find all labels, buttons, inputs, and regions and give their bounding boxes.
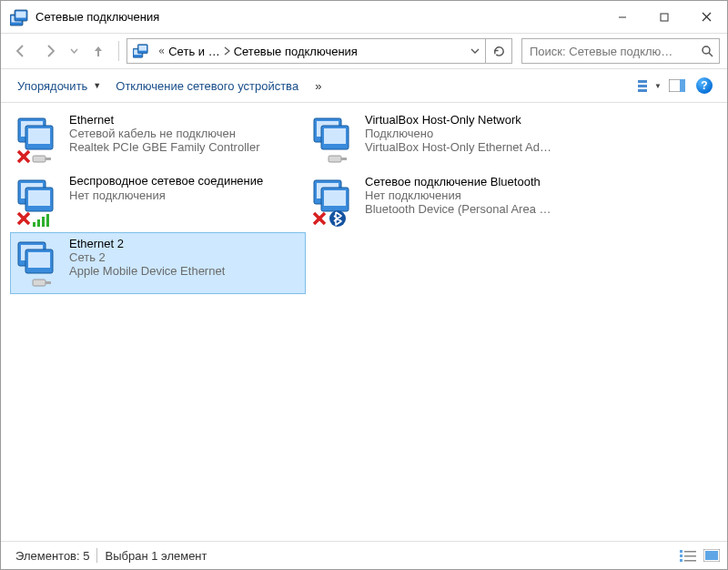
svg-rect-55 [46, 281, 51, 284]
separator [118, 41, 119, 61]
svg-rect-25 [33, 156, 46, 162]
connection-item[interactable]: Беспроводное сетевое соединение Нет подк… [10, 170, 306, 232]
svg-rect-30 [324, 128, 346, 144]
svg-rect-31 [329, 156, 341, 162]
svg-rect-63 [705, 551, 718, 560]
command-bar: Упорядочить ▼ Отключение сетевого устрой… [1, 69, 727, 103]
disable-device-button[interactable]: Отключение сетевого устройства [108, 73, 306, 98]
up-button[interactable] [86, 38, 111, 64]
view-options-button[interactable]: ▼ [636, 74, 663, 97]
window-title: Сетевые подключения [35, 10, 602, 24]
svg-rect-58 [680, 555, 682, 557]
connection-item[interactable]: VirtualBox Host-Only Network Подключено … [306, 108, 602, 170]
large-icons-view-button[interactable] [703, 549, 720, 562]
navbar: « Сеть и … Сетевые подключения Поиск: Се… [1, 34, 727, 69]
connection-name: Сетевое подключение Bluetooth [365, 175, 551, 188]
breadcrumb[interactable]: « Сеть и … Сетевые подключения [155, 45, 465, 58]
svg-rect-57 [684, 551, 696, 553]
connection-item[interactable]: Ethernet Сетевой кабель не подключен Rea… [10, 108, 306, 170]
svg-rect-41 [42, 217, 45, 227]
close-button[interactable] [685, 1, 727, 33]
connection-item[interactable]: Сетевое подключение Bluetooth Нет подклю… [306, 170, 602, 232]
address-box[interactable]: « Сеть и … Сетевые подключения [126, 38, 512, 64]
content-area: Ethernet Сетевой кабель не подключен Rea… [1, 103, 727, 541]
history-dropdown[interactable] [66, 48, 82, 54]
item-count: Элементов: 5 [8, 549, 96, 563]
preview-pane-button[interactable] [663, 74, 691, 97]
organize-menu[interactable]: Упорядочить ▼ [10, 73, 108, 98]
disable-label: Отключение сетевого устройства [116, 79, 298, 93]
breadcrumb-segment-2[interactable]: Сетевые подключения [234, 45, 358, 58]
organize-label: Упорядочить [17, 79, 87, 93]
connection-status: Сеть 2 [69, 250, 225, 264]
breadcrumb-segment-1[interactable]: Сеть и … [168, 45, 219, 58]
connection-icon [312, 113, 361, 164]
back-button[interactable] [8, 38, 34, 64]
breadcrumb-root-chevron[interactable]: « [155, 45, 168, 57]
connection-device: Bluetooth Device (Personal Area … [365, 202, 551, 216]
connection-icon [16, 113, 66, 164]
help-button[interactable]: ? [691, 74, 718, 97]
connection-device: Realtek PCIe GBE Family Controller [69, 140, 260, 154]
minimize-button[interactable] [602, 1, 643, 33]
connection-status: Нет подключения [365, 188, 551, 202]
svg-rect-26 [46, 158, 51, 160]
svg-rect-5 [661, 14, 668, 21]
svg-line-13 [709, 53, 713, 56]
dropdown-icon: ▼ [654, 82, 662, 90]
search-placeholder: Поиск: Сетевые подклю… [522, 45, 695, 58]
svg-rect-11 [139, 46, 147, 51]
connection-device: Apple Mobile Device Ethernet [69, 264, 225, 278]
connection-name: Беспроводное сетевое соединение [69, 175, 263, 188]
connection-item[interactable]: Ethernet 2 Сеть 2 Apple Mobile Device Et… [10, 232, 306, 294]
svg-rect-54 [33, 280, 46, 286]
connection-status: Нет подключения [69, 188, 263, 202]
connection-icon [16, 237, 66, 288]
selection-count: Выбран 1 элемент [97, 549, 214, 563]
connection-status: Сетевой кабель не подключен [69, 127, 260, 140]
status-bar: Элементов: 5 Выбран 1 элемент [1, 541, 727, 569]
svg-point-12 [703, 46, 710, 54]
svg-rect-59 [684, 555, 696, 557]
app-icon [10, 8, 28, 26]
breadcrumb-chevron-icon [220, 46, 234, 56]
svg-rect-53 [28, 252, 50, 268]
connection-name: VirtualBox Host-Only Network [365, 113, 551, 127]
svg-rect-61 [684, 560, 696, 562]
window-controls [602, 1, 727, 33]
connection-icon [312, 175, 361, 226]
svg-rect-18 [680, 79, 685, 92]
svg-rect-22 [28, 128, 50, 144]
connections-grid: Ethernet Сетевой кабель не подключен Rea… [10, 108, 718, 294]
view-switch [680, 549, 720, 562]
svg-rect-15 [638, 85, 647, 87]
refresh-button[interactable] [485, 39, 511, 63]
window: Сетевые подключения [0, 0, 728, 570]
svg-rect-32 [341, 158, 347, 160]
more-commands-button[interactable]: » [306, 79, 330, 93]
location-icon [133, 43, 149, 59]
search-box[interactable]: Поиск: Сетевые подклю… [521, 38, 720, 64]
svg-rect-40 [37, 219, 40, 227]
address-dropdown[interactable] [465, 48, 485, 54]
connection-name: Ethernet [69, 113, 260, 127]
svg-rect-14 [638, 80, 647, 83]
svg-rect-3 [16, 11, 26, 17]
connection-name: Ethernet 2 [69, 237, 225, 250]
svg-rect-16 [638, 89, 647, 92]
search-icon[interactable] [695, 45, 719, 57]
svg-rect-46 [324, 190, 346, 206]
svg-rect-56 [680, 550, 682, 553]
dropdown-icon: ▼ [93, 81, 101, 90]
titlebar: Сетевые подключения [1, 1, 727, 34]
connection-icon [16, 175, 66, 226]
forward-button[interactable] [37, 38, 63, 64]
help-icon: ? [696, 77, 713, 94]
maximize-button[interactable] [643, 1, 685, 33]
svg-rect-36 [28, 190, 50, 206]
svg-rect-60 [680, 559, 682, 562]
details-view-button[interactable] [680, 549, 696, 562]
svg-rect-39 [33, 222, 35, 227]
connection-status: Подключено [365, 127, 551, 140]
connection-device: VirtualBox Host-Only Ethernet Ad… [365, 140, 551, 154]
